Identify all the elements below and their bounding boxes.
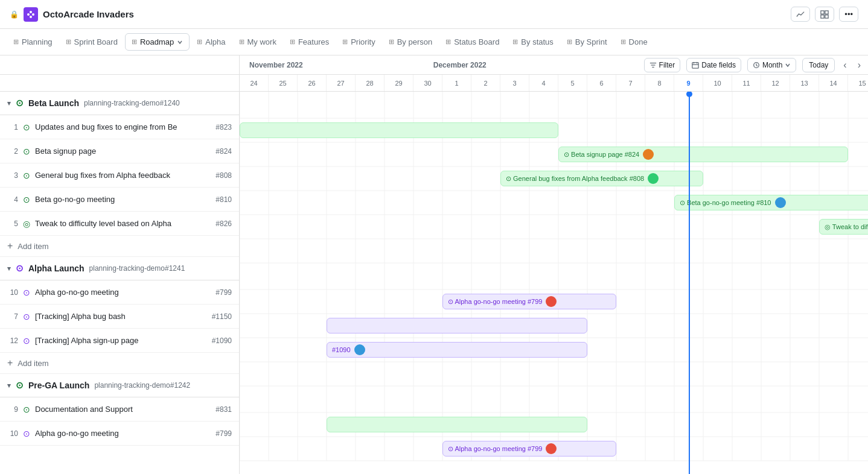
group-beta[interactable]: ▾ ⊙ Beta Launch planning-tracking-demo#1… bbox=[0, 92, 239, 115]
beta-add-item[interactable]: + Add item bbox=[0, 236, 239, 257]
lock-icon: 🔒 bbox=[10, 10, 19, 19]
gantt-bar[interactable]: ⊙ Beta go-no-go meeting #810 bbox=[674, 195, 868, 210]
date-cell: 6 bbox=[587, 75, 616, 91]
prev-button[interactable]: ‹ bbox=[841, 58, 849, 72]
date-fields-button[interactable]: Date fields bbox=[686, 58, 741, 72]
tab-priority-label: Priority bbox=[351, 37, 375, 46]
tab-bar: ⊞ Planning ⊞ Sprint Board ⊞ Roadmap ⊞ Al… bbox=[0, 29, 868, 55]
item-title: Documentation and Support bbox=[35, 405, 211, 414]
today-button[interactable]: Today bbox=[802, 58, 835, 72]
bar-label: ⊙ Beta signup page #824 bbox=[564, 151, 639, 159]
bar-label: ◎ Tweak to difficulty level based on Alp… bbox=[825, 223, 868, 231]
layout-button[interactable] bbox=[815, 7, 834, 22]
date-cell: 2 bbox=[471, 75, 500, 91]
item-id: #1150 bbox=[212, 312, 232, 321]
row-number: 10 bbox=[7, 288, 18, 297]
item-id: #823 bbox=[215, 123, 232, 131]
date-cell: 28 bbox=[356, 75, 385, 91]
avatar bbox=[775, 197, 786, 208]
gantt-bar[interactable]: ⊙ Beta signup page #824 bbox=[558, 147, 848, 162]
tab-bystatus[interactable]: ⊞ By status bbox=[506, 34, 559, 50]
svg-point-2 bbox=[30, 16, 32, 18]
svg-point-3 bbox=[32, 13, 34, 16]
item-title: Beta signup page bbox=[35, 147, 211, 156]
tab-features[interactable]: ⊞ Features bbox=[284, 34, 335, 50]
app-title: OctoArcade Invaders bbox=[43, 9, 134, 19]
tab-statusboard-label: Status Board bbox=[454, 37, 499, 46]
beta-demo: planning-tracking-demo#1240 bbox=[84, 99, 180, 107]
date-cell: 4 bbox=[529, 75, 558, 91]
date-cell: 13 bbox=[790, 75, 819, 91]
list-item[interactable]: 7 ⊙ [Tracking] Alpha bug bash #1150 bbox=[0, 305, 239, 329]
bar-label: ⊙ Alpha go-no-go meeting #799 bbox=[448, 445, 542, 453]
gantt-bar[interactable]: ⊙ General bug fixes from Alpha feedback … bbox=[500, 171, 703, 186]
row-number: 1 bbox=[7, 123, 18, 131]
filter-button[interactable]: Filter bbox=[644, 58, 681, 72]
list-item[interactable]: 10 ⊙ Alpha go-no-go meeting #799 bbox=[0, 422, 239, 446]
alpha-add-item[interactable]: + Add item bbox=[0, 353, 239, 374]
month-chevron-icon bbox=[785, 62, 791, 68]
avatar bbox=[354, 344, 365, 355]
row-number: 2 bbox=[7, 147, 18, 156]
left-panel: ▾ ⊙ Beta Launch planning-tracking-demo#1… bbox=[0, 92, 240, 474]
item-title: Alpha go-no-go meeting bbox=[35, 288, 211, 297]
tab-alpha[interactable]: ⊞ Alpha bbox=[191, 34, 231, 50]
month-button[interactable]: Month bbox=[747, 58, 796, 72]
tab-sprint-board[interactable]: ⊞ Sprint Board bbox=[60, 34, 124, 50]
item-title: [Tracking] Alpha sign-up page bbox=[35, 336, 207, 345]
item-id: #799 bbox=[215, 429, 232, 438]
tab-planning[interactable]: ⊞ Planning bbox=[7, 34, 59, 50]
tab-byperson[interactable]: ⊞ By person bbox=[383, 34, 439, 50]
list-item[interactable]: 5 ◎ Tweak to difficulty level based on A… bbox=[0, 212, 239, 236]
gantt-bar[interactable]: ◎ Tweak to difficulty level based on Alp… bbox=[819, 219, 868, 235]
row-number: 3 bbox=[7, 171, 18, 180]
date-cell: 29 bbox=[385, 75, 413, 91]
tab-sprint-label: Sprint Board bbox=[74, 37, 118, 46]
list-item[interactable]: 3 ⊙ General bug fixes from Alpha feedbac… bbox=[0, 163, 239, 188]
tab-roadmap[interactable]: ⊞ Roadmap bbox=[125, 33, 190, 51]
gantt-bars-container: ⊙ Beta signup page #824⊙ General bug fix… bbox=[240, 92, 868, 474]
progress-status-icon: ⊙ bbox=[23, 288, 30, 297]
beta-title: Beta Launch bbox=[28, 98, 79, 108]
tab-alpha-label: Alpha bbox=[205, 37, 225, 46]
group-alpha[interactable]: ▾ ⊙ Alpha Launch planning-tracking-demo#… bbox=[0, 257, 239, 280]
tab-bysprint[interactable]: ⊞ By Sprint bbox=[561, 34, 613, 50]
date-cell: 26 bbox=[298, 75, 327, 91]
gantt-bar[interactable] bbox=[327, 318, 587, 333]
add-item-label: Add item bbox=[18, 242, 48, 251]
tab-priority[interactable]: ⊞ Priority bbox=[336, 34, 381, 50]
statusboard-icon: ⊞ bbox=[445, 38, 451, 46]
list-item[interactable]: 12 ⊙ [Tracking] Alpha sign-up page #1090 bbox=[0, 329, 239, 353]
more-button[interactable]: ••• bbox=[839, 7, 858, 22]
alpha-toggle-icon: ▾ bbox=[7, 265, 11, 273]
gantt-bar[interactable]: ⊙ Alpha go-no-go meeting #799 bbox=[442, 441, 616, 457]
tab-statusboard[interactable]: ⊞ Status Board bbox=[439, 34, 505, 50]
sprint-icon: ⊞ bbox=[66, 38, 71, 46]
prega-demo: planning-tracking-demo#1242 bbox=[94, 381, 190, 390]
gantt-bar[interactable] bbox=[240, 122, 558, 138]
list-item[interactable]: 10 ⊙ Alpha go-no-go meeting #799 bbox=[0, 280, 239, 305]
list-item[interactable]: 1 ⊙ Updates and bug fixes to engine from… bbox=[0, 115, 239, 139]
chart-button[interactable] bbox=[791, 7, 810, 22]
next-button[interactable]: › bbox=[855, 58, 863, 72]
tab-planning-label: Planning bbox=[22, 37, 53, 46]
list-item[interactable]: 9 ⊙ Documentation and Support #831 bbox=[0, 397, 239, 422]
gantt-bar[interactable]: #1090 bbox=[327, 342, 587, 358]
list-item[interactable]: 4 ⊙ Beta go-no-go meeting #810 bbox=[0, 188, 239, 212]
avatar bbox=[546, 296, 557, 307]
tab-mywork[interactable]: ⊞ My work bbox=[233, 34, 282, 50]
gantt-bar[interactable] bbox=[327, 417, 587, 432]
done-status-icon: ⊙ bbox=[23, 195, 30, 204]
beta-status-icon: ⊙ bbox=[16, 98, 24, 109]
tab-done[interactable]: ⊞ Done bbox=[614, 34, 654, 50]
svg-rect-11 bbox=[692, 62, 698, 68]
prega-status-icon: ⊙ bbox=[16, 380, 24, 391]
date-cell: 10 bbox=[703, 75, 732, 91]
date-cell: 25 bbox=[269, 75, 298, 91]
gantt-bar[interactable]: ⊙ Alpha go-no-go meeting #799 bbox=[442, 294, 616, 309]
date-cell: 8 bbox=[645, 75, 674, 91]
group-prega[interactable]: ▾ ⊙ Pre-GA Launch planning-tracking-demo… bbox=[0, 374, 239, 397]
done-status-icon: ⊙ bbox=[23, 147, 30, 156]
date-header-row: 2425262728293012345678910111213141516171… bbox=[0, 75, 868, 92]
list-item[interactable]: 2 ⊙ Beta signup page #824 bbox=[0, 139, 239, 163]
